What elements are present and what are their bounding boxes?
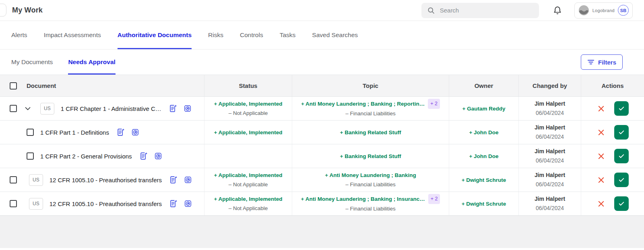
status-added: + Applicable, Implemented (214, 194, 282, 204)
bell-icon (553, 6, 562, 15)
approve-button[interactable] (614, 196, 629, 211)
document-title[interactable]: 1 CFR Part 1 - Definitions (40, 128, 109, 137)
topic-added: + Banking Related Stuff (340, 152, 401, 161)
column-actions: Actions (581, 75, 644, 96)
table-row: US 1 CFR Chapter 1 - Administrative C… +… (0, 97, 644, 121)
filters-button[interactable]: Filters (581, 54, 623, 70)
document-sparkle-icon[interactable] (169, 199, 178, 208)
filter-icon (587, 59, 594, 65)
owner: + Dwight Schrute (462, 175, 506, 185)
row-checkbox[interactable] (27, 152, 34, 160)
tab-alerts[interactable]: Alerts (11, 21, 27, 49)
jurisdiction-badge: US (40, 103, 54, 115)
approve-button[interactable] (614, 149, 629, 163)
document-title[interactable]: 12 CFR 1005.10 - Preauthorised transfers (50, 175, 162, 185)
reject-icon[interactable] (597, 104, 605, 113)
tab-authoritative-documents[interactable]: Authoritative Documents (118, 21, 192, 49)
table-row: 1 CFR Part 2 - General Provisions + Bank… (0, 144, 644, 168)
open-in-new-icon[interactable] (184, 176, 192, 184)
document-title[interactable]: 1 CFR Chapter 1 - Administrative C… (61, 104, 161, 113)
column-topic: Topic (292, 75, 449, 96)
changed-by-name: Jim Halpert (535, 123, 565, 132)
changed-by-name: Jim Halpert (535, 99, 565, 108)
row-checkbox[interactable] (10, 200, 17, 207)
select-all-checkbox[interactable] (10, 82, 17, 90)
subtab-my-documents[interactable]: My Documents (11, 50, 53, 75)
row-checkbox[interactable] (10, 176, 17, 183)
approve-button[interactable] (614, 173, 629, 187)
status-removed: – Not Applicable (229, 108, 268, 118)
open-in-new-icon[interactable] (154, 152, 162, 160)
approve-button[interactable] (614, 101, 629, 116)
sub-tabs-bar: My Documents Needs Approval Filters (0, 50, 644, 75)
row-checkbox[interactable] (27, 129, 34, 136)
jurisdiction-badge: US (29, 174, 43, 186)
document-title[interactable]: 1 CFR Part 2 - General Provisions (40, 152, 132, 161)
page-background (0, 216, 644, 248)
column-changed-by: Changed by (518, 75, 581, 96)
document-title[interactable]: 12 CFR 1005.10 - Preauthorised transfers (50, 199, 162, 208)
open-in-new-icon[interactable] (184, 200, 192, 208)
changed-by-date: 06/04/2024 (536, 108, 564, 118)
search-box[interactable] (421, 3, 539, 18)
column-status: Status (204, 75, 292, 96)
topic-more-badge[interactable]: + 2 (428, 99, 440, 109)
topic-added: + Banking Related Stuff (340, 128, 401, 137)
approve-button[interactable] (614, 125, 629, 140)
table-row: US 12 CFR 1005.10 - Preauthorised transf… (0, 192, 644, 216)
topic-more-badge[interactable]: + 2 (428, 194, 440, 204)
document-sparkle-icon[interactable] (169, 104, 178, 113)
changed-by-date: 06/04/2024 (536, 132, 564, 142)
status-added: + Applicable, Implemented (214, 99, 282, 108)
brand-name: Logobrand (592, 8, 615, 13)
search-input[interactable] (440, 7, 533, 14)
changed-by-name: Jim Halpert (535, 194, 565, 204)
tab-risks[interactable]: Risks (208, 21, 223, 49)
topic-added: + Anti Money Laundering ; Banking (325, 171, 416, 180)
changed-by-name: Jim Halpert (535, 147, 565, 156)
table-header: Document Status Topic Owner Changed by A… (0, 75, 644, 97)
document-sparkle-icon[interactable] (116, 128, 125, 137)
reject-icon[interactable] (597, 199, 605, 208)
changed-by-date: 06/04/2024 (536, 204, 564, 213)
status-removed: – Not Applicable (229, 180, 268, 189)
status-added: + Applicable, Implemented (214, 128, 282, 137)
owner: + Gautam Reddy (462, 104, 506, 113)
status-removed: – Not Applicable (229, 204, 268, 213)
document-sparkle-icon[interactable] (169, 175, 178, 184)
owner: + John Doe (469, 128, 498, 137)
tab-saved-searches[interactable]: Saved Searches (312, 21, 358, 49)
open-in-new-icon[interactable] (184, 104, 192, 112)
brand-logo-icon (578, 5, 589, 16)
status-added: + Applicable, Implemented (214, 171, 282, 180)
main-tabs: Alerts Impact Assessments Authoritative … (0, 21, 644, 50)
column-owner: Owner (449, 75, 518, 96)
topic-added: + Anti Money Laundering ; Banking ; Repo… (301, 99, 425, 108)
account-menu[interactable]: Logobrand SB (574, 2, 633, 19)
jurisdiction-badge: US (29, 198, 43, 210)
open-in-new-icon[interactable] (131, 128, 139, 136)
reject-icon[interactable] (597, 152, 605, 160)
changed-by-date: 06/04/2024 (536, 156, 564, 165)
reject-icon[interactable] (597, 175, 605, 184)
document-sparkle-icon[interactable] (139, 152, 148, 160)
topic-added: + Anti Money Laundering ; Banking ; Insu… (301, 194, 425, 204)
topic-removed: – Financial Liabilities (345, 180, 396, 189)
changed-by-name: Jim Halpert (535, 171, 565, 180)
subtab-needs-approval[interactable]: Needs Approval (68, 50, 115, 75)
row-checkbox[interactable] (10, 105, 17, 112)
topic-removed: – Financial Liabilities (345, 204, 396, 213)
chevron-down-icon[interactable] (23, 104, 32, 113)
owner: + Dwight Schrute (462, 199, 506, 208)
notifications-button[interactable] (553, 6, 562, 15)
column-document: Document (27, 82, 56, 89)
table-row: 1 CFR Part 1 - Definitions + Applicable,… (0, 121, 644, 144)
avatar[interactable]: SB (618, 5, 629, 16)
tab-impact-assessments[interactable]: Impact Assessments (44, 21, 101, 49)
table-row: US 12 CFR 1005.10 - Preauthorised transf… (0, 168, 644, 192)
tab-tasks[interactable]: Tasks (280, 21, 296, 49)
reject-icon[interactable] (597, 128, 605, 137)
sidebar-toggle-button[interactable] (0, 4, 6, 17)
search-icon (427, 6, 435, 15)
tab-controls[interactable]: Controls (240, 21, 263, 49)
